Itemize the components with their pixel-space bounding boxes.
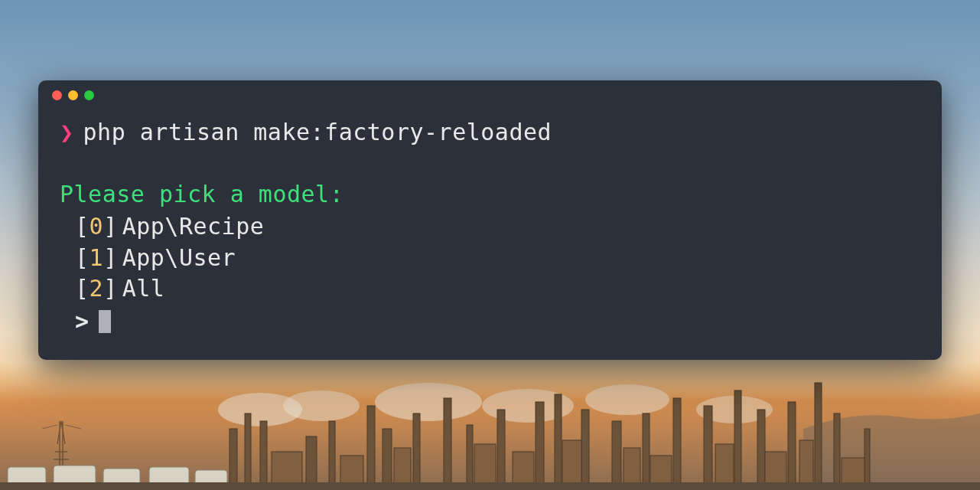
svg-rect-27 (815, 383, 822, 490)
svg-rect-16 (497, 410, 505, 490)
svg-rect-29 (864, 429, 870, 490)
prompt-question: Please pick a model: (60, 179, 920, 211)
svg-rect-23 (704, 406, 712, 490)
svg-rect-19 (581, 410, 589, 490)
svg-rect-6 (230, 429, 237, 490)
option-2: [2]All (75, 273, 920, 305)
command-line: ❯ php artisan make:factory-reloaded (60, 117, 920, 149)
svg-rect-20 (612, 421, 621, 490)
window-titlebar (38, 80, 942, 109)
svg-rect-17 (536, 402, 544, 490)
close-icon[interactable] (52, 90, 62, 100)
svg-rect-14 (444, 398, 451, 490)
svg-rect-18 (555, 394, 562, 490)
terminal-window[interactable]: ❯ php artisan make:factory-reloaded Plea… (38, 80, 942, 360)
svg-point-1 (283, 390, 360, 421)
svg-rect-28 (834, 413, 840, 490)
prompt-symbol: ❯ (60, 117, 74, 149)
svg-rect-8 (260, 421, 267, 490)
svg-rect-10 (329, 421, 335, 490)
svg-rect-26 (788, 402, 796, 490)
svg-rect-13 (413, 413, 420, 490)
maximize-icon[interactable] (84, 90, 94, 100)
svg-rect-7 (245, 413, 251, 490)
option-0: [0]App\Recipe (75, 211, 920, 243)
svg-rect-12 (383, 429, 392, 490)
svg-rect-11 (367, 406, 375, 490)
minimize-icon[interactable] (68, 90, 78, 100)
skyline-illustration (0, 368, 980, 490)
input-line[interactable]: > (75, 306, 920, 338)
cursor-icon (99, 310, 111, 333)
option-1: [1]App\User (75, 243, 920, 274)
command-text: php artisan make:factory-reloaded (83, 117, 552, 149)
svg-point-4 (585, 384, 669, 415)
svg-rect-21 (643, 413, 650, 490)
svg-rect-22 (673, 398, 681, 490)
terminal-body[interactable]: ❯ php artisan make:factory-reloaded Plea… (38, 109, 942, 337)
svg-rect-24 (734, 390, 741, 490)
svg-rect-47 (0, 482, 980, 490)
svg-rect-9 (306, 436, 317, 490)
svg-point-2 (375, 383, 482, 421)
input-prompt-symbol: > (75, 306, 90, 338)
svg-rect-15 (467, 425, 473, 490)
svg-rect-25 (757, 410, 765, 490)
